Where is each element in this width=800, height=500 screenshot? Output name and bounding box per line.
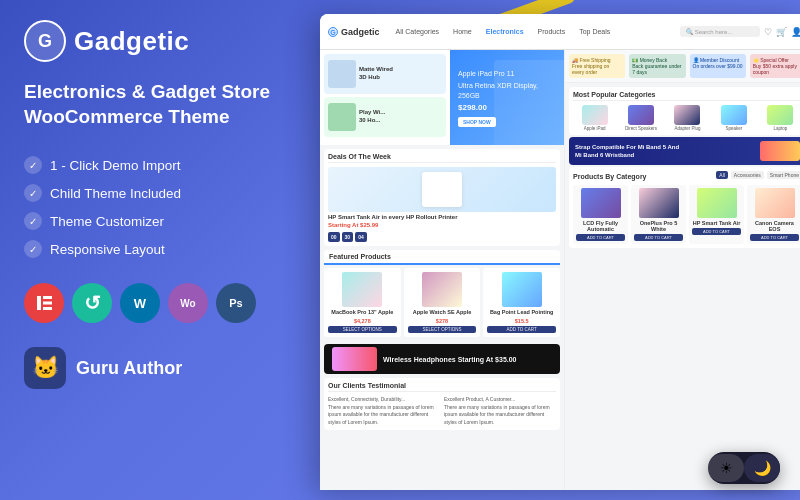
by-cat-btn-4[interactable]: ADD TO CART: [750, 234, 799, 241]
check-icon-4: ✓: [24, 240, 42, 258]
elementor-icon: [24, 283, 64, 323]
mockup-hero: Matte Wired3D Hub Play Wi...30 Ho... App…: [320, 50, 564, 145]
product-price-3: $15.5: [515, 318, 529, 324]
hero-card-img-2: [328, 103, 356, 131]
tab-accessories[interactable]: Accessories: [731, 171, 764, 179]
mockup-search[interactable]: 🔍 Search here...: [680, 26, 760, 37]
logo-icon: G: [24, 20, 66, 62]
pop-cat-name-ipad: Apple iPad: [584, 126, 606, 131]
feature-item-4: ✓ Responsive Layout: [24, 235, 286, 263]
tagline: Electronics & Gadget Store WooCommerce T…: [24, 80, 286, 129]
testimonial-2: Excellent Product, A Customer...There ar…: [444, 396, 556, 426]
hero-side-cards: Matte Wired3D Hub Play Wi...30 Ho...: [320, 50, 450, 145]
header-action-icons: ♡ 🛒 👤: [764, 27, 800, 37]
wp-glyph: W: [134, 296, 146, 311]
testimonial-section: Our Clients Testimonial Excellent, Conne…: [324, 378, 560, 430]
pop-cat-img-adapter: [674, 105, 700, 125]
product-btn-1[interactable]: SELECT OPTIONS: [328, 326, 397, 333]
wishlist-icon[interactable]: ♡: [764, 27, 772, 37]
product-price-2: $278: [436, 318, 448, 324]
svg-text:G: G: [330, 29, 336, 36]
timer-sec: 04: [355, 232, 367, 242]
most-popular-grid: Apple iPad Direct Speakers Adapter Plug …: [573, 105, 800, 131]
product-img-3: [502, 272, 542, 307]
testimonial-1: Excellent, Connectivity, Durability...Th…: [328, 396, 440, 426]
mockup-inner: Matte Wired3D Hub Play Wi...30 Ho... App…: [320, 50, 800, 490]
svg-rect-5: [43, 307, 52, 310]
pop-cat-ipad[interactable]: Apple iPad: [573, 105, 616, 131]
hero-card-text-2: Play Wi...30 Ho...: [359, 109, 385, 125]
shipping-3: 👤 Member DiscountOn orders over $99.00: [690, 54, 746, 78]
product-card-2: Apple Watch SE Apple $278 SELECT OPTIONS: [404, 268, 481, 337]
hero-subtitle: Ultra Retina XDR Display, 256GB: [458, 81, 556, 101]
wireless-text: Wireless Headphones Starting At $35.00: [383, 356, 517, 363]
nav-home[interactable]: Home: [449, 26, 476, 37]
hero-title: Apple iPad Pro 11: [458, 69, 556, 79]
pop-cat-img-laptop: [767, 105, 793, 125]
light-mode-btn[interactable]: ☀: [708, 454, 744, 482]
product-btn-3[interactable]: ADD TO CART: [487, 326, 556, 333]
mockup-col-left: Matte Wired3D Hub Play Wi...30 Ho... App…: [320, 50, 565, 490]
product-btn-2[interactable]: SELECT OPTIONS: [408, 326, 477, 333]
timer-min: 30: [342, 232, 354, 242]
shipping-1: 🚚 Free ShippingFree shipping on every or…: [569, 54, 625, 78]
shipping-4: ⭐ Special OfferBuy $50 extra apply coupo…: [750, 54, 800, 78]
pop-cat-name-laptop: Laptop: [773, 126, 787, 131]
by-cat-product-3: HP Smart Tank Air ADD TO CART: [689, 185, 744, 244]
pop-cat-name-adapter: Adapter Plug: [674, 126, 700, 131]
mockup-logo: G Gadgetic: [328, 27, 380, 37]
woocommerce-icon: Wo: [168, 283, 208, 323]
feature-item-3: ✓ Theme Customizer: [24, 207, 286, 235]
product-card-1: MacBook Pro 13" Apple $4,278 SELECT OPTI…: [324, 268, 401, 337]
tab-all[interactable]: All: [716, 171, 728, 179]
pop-cat-speaker[interactable]: Direct Speakers: [619, 105, 662, 131]
mockup-col-right: 🚚 Free ShippingFree shipping on every or…: [565, 50, 800, 490]
nav-products[interactable]: Products: [534, 26, 570, 37]
by-cat-product-4: Canon Camera EOS ADD TO CART: [747, 185, 800, 244]
featured-section: Featured Products MacBook Pro 13" Apple …: [324, 250, 560, 340]
mockup-store-name: Gadgetic: [341, 27, 380, 37]
dark-mode-btn[interactable]: 🌙: [744, 454, 780, 482]
logo-text: Gadgetic: [74, 26, 189, 57]
check-icon-1: ✓: [24, 156, 42, 174]
feature-text-3: Theme Customizer: [50, 214, 164, 229]
pop-cat-laptop[interactable]: Laptop: [759, 105, 800, 131]
most-popular-title: Most Popular Categories: [573, 91, 800, 101]
nav-categories[interactable]: All Categories: [392, 26, 444, 37]
testimonial-title: Our Clients Testimonial: [328, 382, 556, 392]
wireless-banner: Wireless Headphones Starting At $35.00: [324, 344, 560, 374]
by-cat-product-1: LCD Fly Fully Automatic ADD TO CART: [573, 185, 628, 244]
featured-title: Featured Products: [324, 250, 560, 265]
pop-cat-speaker3[interactable]: Speaker: [712, 105, 755, 131]
nav-top-deals[interactable]: Top Deals: [575, 26, 614, 37]
by-cat-img-2: [639, 188, 679, 218]
by-cat-name-4: Canon Camera EOS: [750, 220, 799, 232]
by-cat-btn-2[interactable]: ADD TO CART: [634, 234, 683, 241]
pop-cat-img-speaker: [628, 105, 654, 125]
deals-product-price: Starting At $25.99: [328, 222, 556, 228]
feature-item-2: ✓ Child Theme Included: [24, 179, 286, 207]
deals-title: Deals Of The Week: [328, 153, 556, 163]
refresh-glyph: ↺: [84, 291, 101, 315]
deals-product-name: HP Smart Tank Air in every HP Rollout Pr…: [328, 214, 556, 220]
tagline-line2: WooCommerce Theme: [24, 106, 230, 127]
cart-icon[interactable]: 🛒: [776, 27, 787, 37]
nav-electronics[interactable]: Electronics: [482, 26, 528, 37]
svg-rect-2: [37, 296, 41, 310]
by-cat-img-1: [581, 188, 621, 218]
by-cat-tabs: All Accessories Smart Phone: [716, 171, 800, 179]
by-cat-btn-1[interactable]: ADD TO CART: [576, 234, 625, 241]
by-cat-title: Products By Category: [573, 173, 647, 180]
tab-smartphone[interactable]: Smart Phone: [767, 171, 800, 179]
user-icon[interactable]: 👤: [791, 27, 800, 37]
feature-item-1: ✓ 1 - Click Demo Import: [24, 151, 286, 179]
by-cat-btn-3[interactable]: ADD TO CART: [692, 228, 741, 235]
dark-mode-toggle[interactable]: ☀ 🌙: [708, 452, 780, 484]
product-name-2: Apple Watch SE Apple: [413, 309, 472, 316]
hero-cta-button[interactable]: SHOP NOW: [458, 117, 496, 127]
by-cat-img-3: [697, 188, 737, 218]
pop-cat-adapter[interactable]: Adapter Plug: [666, 105, 709, 131]
author-badge: 🐱: [24, 347, 66, 389]
left-panel: G Gadgetic Electronics & Gadget Store Wo…: [0, 0, 310, 500]
strap-product-img: [760, 141, 800, 161]
